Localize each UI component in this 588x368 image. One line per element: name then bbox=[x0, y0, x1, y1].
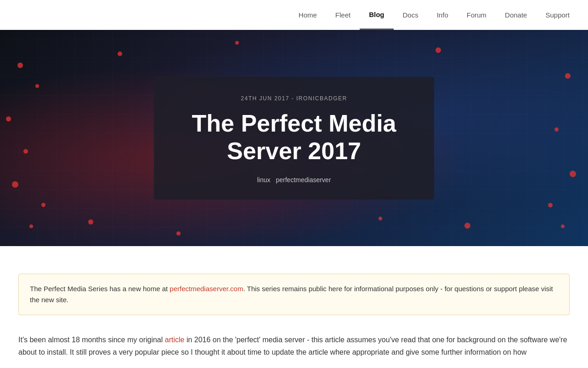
nav-donate[interactable]: Donate bbox=[496, 0, 536, 30]
nav-docs[interactable]: Docs bbox=[394, 0, 428, 30]
nav-support[interactable]: Support bbox=[536, 0, 579, 30]
content-area: The Perfect Media Series has a new home … bbox=[9, 246, 579, 368]
article-paragraph: It's been almost 18 months since my orig… bbox=[18, 334, 570, 358]
hero-date: 24TH JUN 2017 - IRONICBADGER bbox=[177, 95, 411, 102]
notice-box: The Perfect Media Series has a new home … bbox=[18, 274, 570, 315]
notice-text-before: The Perfect Media Series has a new home … bbox=[30, 285, 170, 293]
nav-info[interactable]: Info bbox=[428, 0, 458, 30]
article-text-before: It's been almost 18 months since my orig… bbox=[18, 336, 165, 344]
article-link[interactable]: article bbox=[165, 336, 185, 344]
nav-forum[interactable]: Forum bbox=[458, 0, 496, 30]
nav-blog[interactable]: Blog bbox=[360, 0, 393, 30]
nav-home[interactable]: Home bbox=[289, 0, 326, 30]
tag-perfectmediaserver[interactable]: perfectmediaserver bbox=[276, 176, 331, 183]
tag-linux[interactable]: linux bbox=[257, 176, 271, 183]
main-nav: Home Fleet Blog Docs Info Forum Donate S… bbox=[0, 0, 588, 30]
hero-section: 24TH JUN 2017 - IRONICBADGER The Perfect… bbox=[0, 30, 588, 246]
notice-link[interactable]: perfectmediaserver.com bbox=[170, 285, 243, 293]
hero-title: The Perfect Media Server 2017 bbox=[177, 110, 411, 165]
nav-fleet[interactable]: Fleet bbox=[326, 0, 360, 30]
hero-tags: linux perfectmediaserver bbox=[177, 176, 411, 183]
hero-card: 24TH JUN 2017 - IRONICBADGER The Perfect… bbox=[154, 77, 434, 200]
